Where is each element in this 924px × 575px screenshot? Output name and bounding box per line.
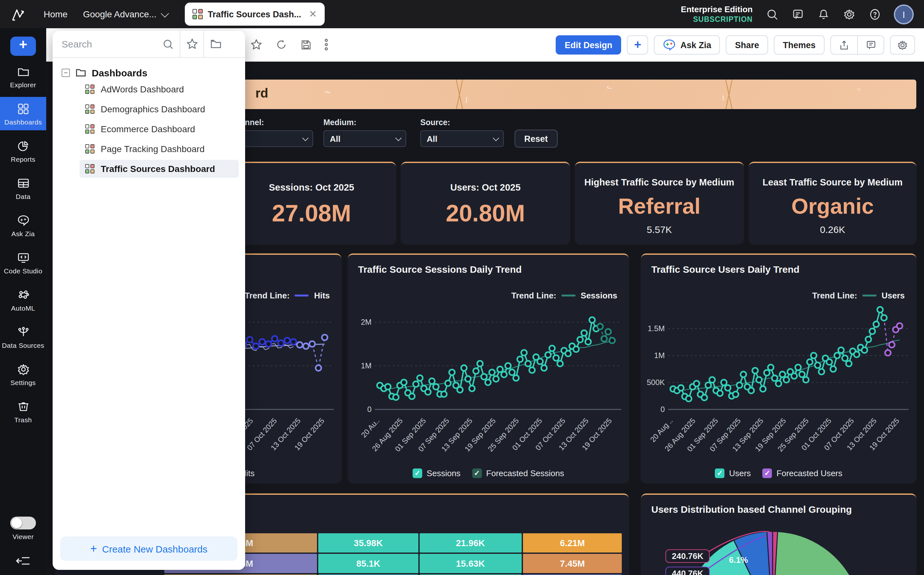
svg-text:1.5M: 1.5M — [648, 324, 665, 333]
kpi-card-sessions: Sessions: Oct 2025 27.08M — [227, 162, 396, 245]
tree-item-label: Demographics Dashboard — [101, 104, 205, 114]
left-sidebar: + ExplorerDashboardsReportsDataAsk ZiaCo… — [0, 28, 46, 575]
sidebar-item-automl[interactable]: AutoML — [0, 283, 46, 316]
legend-swatch — [295, 295, 309, 297]
sidebar-item-data-sources[interactable]: Data Sources — [0, 320, 46, 354]
create-new-button[interactable]: + — [10, 37, 36, 56]
dashboard-grid-icon — [85, 124, 95, 134]
help-icon[interactable] — [868, 8, 881, 21]
table-cell[interactable]: 7.45M — [522, 554, 622, 573]
save-icon[interactable] — [300, 39, 312, 53]
chat-icon — [16, 214, 30, 227]
chart-legend: Trend Line: Hits — [245, 291, 330, 300]
add-widget-button[interactable]: + — [627, 35, 648, 54]
source-filter-select[interactable]: All — [420, 130, 504, 147]
dashboard-grid-icon — [85, 105, 95, 114]
app-logo-icon[interactable] — [9, 5, 28, 24]
tab-close-icon[interactable]: ✕ — [309, 8, 317, 20]
search-input[interactable] — [52, 38, 162, 49]
table-cell[interactable]: 35.98K — [318, 533, 418, 553]
feedback-icon[interactable] — [791, 8, 804, 21]
refresh-icon[interactable] — [275, 38, 287, 53]
themes-button[interactable]: Themes — [774, 35, 824, 54]
chevron-down-icon — [161, 9, 169, 17]
share-button[interactable]: Share — [726, 35, 768, 54]
kpi-sub-value: 0.26K — [749, 224, 916, 235]
sidebar-item-label: Code Studio — [4, 267, 42, 275]
medium-filter-select[interactable]: All — [323, 130, 406, 147]
admin-gear-icon[interactable] — [843, 8, 855, 21]
table-cell[interactable]: 6.21M — [522, 533, 622, 553]
chart-title: Traffic Source Users Daily Trend — [651, 264, 800, 275]
sidebar-item-label: AutoML — [11, 304, 35, 312]
sidebar-item-trash[interactable]: Trash — [0, 395, 46, 428]
sidebar-item-explorer[interactable]: Explorer — [0, 60, 46, 93]
tree-item-ecommerce-dashboard[interactable]: Ecommerce Dashboard — [79, 120, 239, 138]
tab-traffic-sources-dashboard[interactable]: Traffic Sources Dash... ✕ — [185, 3, 325, 26]
app-window: Home Google Advance... Traffic Sources D… — [0, 0, 924, 575]
series-checkbox-users[interactable]: ✓Users — [715, 469, 751, 478]
collapse-sidebar-icon[interactable] — [15, 556, 31, 569]
edit-design-button[interactable]: Edit Design — [556, 35, 621, 54]
trash-icon — [16, 400, 30, 413]
table-cell[interactable]: 21.96K — [420, 533, 522, 553]
kpi-title: Highest Traffic Source by Medium — [575, 177, 744, 187]
tree-item-label: Ecommerce Dashboard — [101, 124, 195, 134]
grid-icon — [16, 102, 30, 116]
export-icon[interactable] — [831, 36, 857, 54]
sidebar-item-reports[interactable]: Reports — [0, 134, 46, 167]
dashboards-navigation-panel: − Dashboards AdWords DashboardDemographi… — [52, 31, 245, 570]
chart-title: Users Distribution based Channel Groupin… — [651, 504, 852, 515]
search-icon[interactable] — [765, 8, 778, 21]
comments-icon[interactable] — [857, 36, 884, 54]
sidebar-item-dashboards[interactable]: Dashboards — [0, 97, 46, 130]
sidebar-item-ask-zia[interactable]: Ask Zia — [0, 208, 46, 242]
more-options-kebab-icon[interactable] — [325, 38, 328, 53]
pie-icon — [16, 139, 30, 153]
sidebar-item-label: Explorer — [10, 81, 36, 89]
chart-card-users-trend: Traffic Source Users Daily Trend Trend L… — [641, 254, 916, 483]
ask-zia-button[interactable]: Ask Zia — [654, 35, 720, 54]
tree-item-page-tracking-dashboard[interactable]: Page Tracking Dashboard — [79, 140, 239, 158]
sidebar-item-data[interactable]: Data — [0, 172, 46, 205]
series-toggles: ✓Sessions✓Forecasted Sessions — [348, 469, 629, 478]
create-new-dashboards-button[interactable]: + Create New Dashboards — [60, 537, 237, 561]
sessions-line-chart: 2M1M020 Au..26 Aug 202501 Sep 202507 Sep… — [348, 300, 629, 463]
svg-text:6.1%: 6.1% — [729, 555, 748, 565]
kpi-title: Sessions: Oct 2025 — [227, 182, 396, 192]
workspace-name: Google Advance... — [83, 9, 157, 19]
series-checkbox-forecasted-sessions[interactable]: ✓Forecasted Sessions — [472, 469, 564, 478]
kpi-sub-value: 5.57K — [575, 224, 744, 235]
dashboard-grid-icon — [85, 85, 95, 94]
table-cell[interactable]: 85.1K — [318, 554, 418, 573]
favorites-star-icon[interactable] — [186, 38, 198, 50]
viewer-toggle[interactable] — [10, 516, 36, 529]
table-cell[interactable]: 15.63K — [420, 554, 522, 573]
series-checkbox-sessions[interactable]: ✓Sessions — [413, 469, 461, 478]
nav-home[interactable]: Home — [44, 9, 68, 19]
chart-legend: Trend Line: Users — [812, 291, 905, 300]
dashboard-settings-button[interactable] — [890, 35, 915, 54]
donut-callout: 440.76K — [665, 567, 710, 575]
tree-item-demographics-dashboard[interactable]: Demographics Dashboard — [79, 100, 239, 118]
user-avatar[interactable]: I — [894, 4, 914, 24]
tree-root-dashboards[interactable]: − Dashboards — [62, 67, 239, 78]
tree-item-adwords-dashboard[interactable]: AdWords Dashboard — [79, 80, 239, 98]
ask-zia-label: Ask Zia — [681, 40, 711, 50]
search-icon[interactable] — [162, 38, 175, 50]
medium-filter-label: Medium: — [323, 118, 406, 127]
folder-view-icon[interactable] — [209, 38, 222, 50]
collapse-node-icon[interactable]: − — [62, 68, 70, 77]
code-icon — [16, 251, 30, 264]
workspace-switcher[interactable]: Google Advance... — [83, 9, 167, 19]
sidebar-item-code-studio[interactable]: Code Studio — [0, 246, 46, 279]
series-checkbox-forecasted-users[interactable]: ✓Forecasted Users — [762, 469, 842, 478]
favorite-star-icon[interactable] — [250, 38, 262, 53]
sidebar-item-label: Dashboards — [4, 118, 42, 126]
sidebar-item-label: Reports — [11, 155, 35, 163]
tree-item-traffic-sources-dashboard[interactable]: Traffic Sources Dashboard — [79, 160, 239, 178]
reset-filters-button[interactable]: Reset — [514, 130, 557, 148]
sidebar-item-settings[interactable]: Settings — [0, 357, 46, 391]
notifications-bell-icon[interactable] — [817, 8, 830, 21]
kpi-value: Referral — [575, 194, 744, 219]
